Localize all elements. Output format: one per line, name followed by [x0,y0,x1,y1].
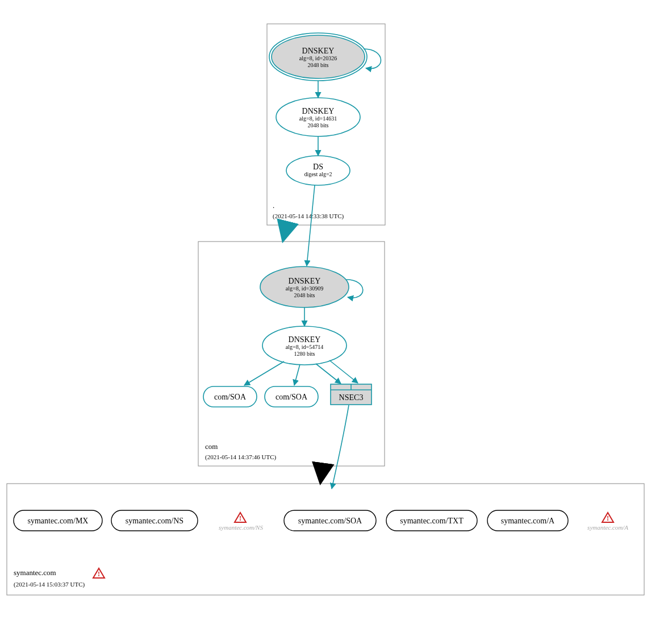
svg-text:symantec.com/SOA: symantec.com/SOA [298,517,362,525]
edge-zsk-to-nsec3-b [329,360,358,383]
warning-icon: ! [602,513,613,522]
svg-text:2048 bits: 2048 bits [308,62,329,68]
warning-icon: ! [235,513,246,522]
node-symantec-soa: symantec.com/SOA [284,510,376,531]
node-symantec-ns-warning: ! symantec.com/NS [219,513,263,531]
svg-text:1280 bits: 1280 bits [294,351,315,357]
node-symantec-ns: symantec.com/NS [111,510,198,531]
zone-root-time: (2021-05-14 14:33:38 UTC) [273,213,344,220]
node-symantec-a: symantec.com/A [487,510,568,531]
svg-text:symantec.com/NS: symantec.com/NS [126,517,183,525]
svg-text:alg=8, id=54714: alg=8, id=54714 [286,344,323,350]
edge-zsk-to-soa1 [244,361,284,385]
edge-zsk-to-soa2 [294,364,300,385]
node-com-zsk: DNSKEY alg=8, id=54714 1280 bits [262,326,347,365]
svg-text:alg=8, id=30909: alg=8, id=30909 [286,285,323,292]
zone-com-time: (2021-05-14 14:37:46 UTC) [205,454,277,461]
svg-text:digest alg=2: digest alg=2 [304,171,332,177]
svg-text:DNSKEY: DNSKEY [302,107,335,115]
dnssec-diagram: . (2021-05-14 14:33:38 UTC) DNSKEY alg=8… [0,0,672,624]
svg-text:!: ! [239,514,241,522]
edge-root-to-com-delegation [283,225,287,241]
svg-text:symantec.com/A: symantec.com/A [501,517,555,525]
zone-root-name: . [273,201,274,210]
svg-text:com/SOA: com/SOA [214,393,247,401]
node-root-ds: DS digest alg=2 [286,156,350,185]
node-symantec-mx: symantec.com/MX [14,510,102,531]
node-nsec3: NSEC3 [331,384,372,405]
node-symantec-a-warning: ! symantec.com/A [587,513,628,531]
node-com-soa-1: com/SOA [203,386,257,407]
svg-text:DNSKEY: DNSKEY [289,277,321,285]
svg-text:symantec.com/A: symantec.com/A [587,524,628,531]
svg-text:DNSKEY: DNSKEY [302,47,335,55]
svg-text:!: ! [607,514,609,522]
svg-text:alg=8, id=14631: alg=8, id=14631 [299,115,337,122]
svg-text:symantec.com/TXT: symantec.com/TXT [400,517,464,525]
edge-nsec3-to-symantec [332,405,349,489]
node-symantec-txt: symantec.com/TXT [386,510,477,531]
svg-text:2048 bits: 2048 bits [294,292,315,298]
svg-text:symantec.com/NS: symantec.com/NS [219,524,263,531]
edge-ds-to-com-ksk [307,185,315,266]
edge-com-to-symantec-delegation [320,466,323,483]
svg-text:!: ! [98,570,100,578]
zone-com-name: com [205,442,218,451]
svg-text:2048 bits: 2048 bits [308,122,329,128]
zone-symantec-name: symantec.com [14,568,56,577]
svg-text:alg=8, id=20326: alg=8, id=20326 [299,55,337,61]
svg-text:NSEC3: NSEC3 [339,393,364,402]
svg-text:DS: DS [313,163,323,171]
node-com-ksk: DNSKEY alg=8, id=30909 2048 bits [260,267,349,307]
node-root-zsk: DNSKEY alg=8, id=14631 2048 bits [276,98,360,136]
svg-text:com/SOA: com/SOA [276,393,308,401]
zone-symantec-warning-icon: ! [93,568,105,578]
svg-text:DNSKEY: DNSKEY [289,335,321,344]
node-root-ksk: DNSKEY alg=8, id=20326 2048 bits [269,33,367,81]
node-com-soa-2: com/SOA [265,386,318,407]
svg-text:symantec.com/MX: symantec.com/MX [28,517,89,525]
zone-symantec-time: (2021-05-14 15:03:37 UTC) [14,581,85,588]
